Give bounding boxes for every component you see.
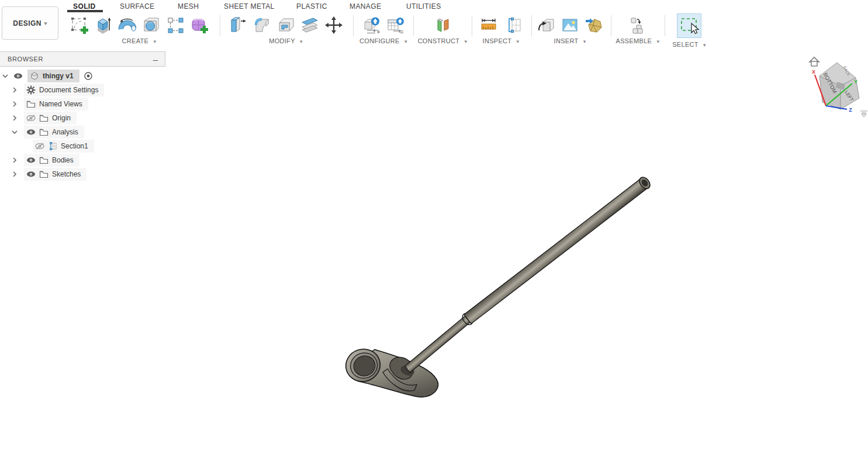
chevron-right-icon[interactable] [11, 171, 18, 178]
tab-solid[interactable]: SOLID [73, 2, 96, 11]
move-copy-button[interactable] [324, 15, 344, 35]
configuration-table-icon [386, 16, 405, 34]
chevron-down-icon: ▾ [465, 39, 468, 44]
extrude-button[interactable] [94, 15, 113, 35]
chevron-right-icon[interactable] [11, 87, 18, 94]
browser-row-label: Origin [52, 114, 71, 122]
browser-row-section1[interactable]: Section1 [0, 139, 94, 153]
configuration-table-button[interactable] [386, 15, 406, 35]
chevron-right-icon[interactable] [11, 101, 18, 108]
browser-row-origin[interactable]: Origin [0, 111, 77, 125]
browser-title: BROWSER [8, 56, 153, 63]
tab-plastic[interactable]: PLASTIC [296, 2, 327, 11]
rectangular-pattern-icon [166, 16, 185, 34]
group-configure: CONFIGURE ▾ [357, 15, 410, 44]
insert-mesh-button[interactable] [584, 15, 604, 35]
tab-mesh[interactable]: MESH [178, 2, 199, 11]
view-cube-menu[interactable] [860, 111, 867, 117]
pattern-button[interactable] [165, 15, 185, 35]
chevron-down-icon: ▾ [583, 39, 586, 44]
tab-manage[interactable]: MANAGE [350, 2, 381, 11]
insert-canvas-button[interactable] [560, 15, 580, 35]
tab-utilities[interactable]: UTILITIES [406, 2, 441, 11]
press-pull-button[interactable] [228, 15, 248, 35]
split-body-button[interactable] [300, 15, 320, 35]
folder-icon [39, 169, 49, 179]
select-button[interactable] [677, 13, 701, 38]
move-icon [324, 16, 343, 34]
chevron-down-icon: ▾ [404, 39, 407, 44]
browser-row-sketches[interactable]: Sketches [0, 167, 87, 181]
create-sketch-button[interactable] [70, 15, 89, 35]
chevron-down-icon[interactable] [2, 72, 9, 79]
home-icon[interactable] [810, 57, 819, 66]
browser-panel-header: BROWSER – [0, 51, 165, 67]
revolve-button[interactable] [117, 15, 137, 35]
section-analysis-icon [504, 16, 523, 34]
measure-button[interactable] [479, 15, 499, 35]
browser-row-root[interactable]: thingy v1 [0, 69, 93, 83]
view-cube[interactable]: BOTTOM LEFT BACK X Y Z [804, 53, 868, 118]
visibility-eye-icon[interactable] [26, 169, 36, 179]
gear-icon [26, 85, 36, 95]
create-sketch-icon [70, 16, 89, 34]
create-form-button[interactable] [189, 15, 209, 35]
visibility-off-eye-icon[interactable] [26, 113, 36, 123]
group-label-modify[interactable]: MODIFY ▾ [269, 37, 303, 44]
browser-label-box: Origin [24, 112, 77, 124]
configure-button[interactable] [362, 15, 382, 35]
group-label-configure[interactable]: CONFIGURE ▾ [359, 37, 407, 44]
chevron-right-icon[interactable] [11, 157, 18, 164]
image-icon [561, 16, 579, 34]
browser-row-analysis[interactable]: Analysis [0, 125, 84, 139]
visibility-eye-icon[interactable] [26, 127, 36, 137]
browser-row-document-settings[interactable]: Document Settings [0, 83, 104, 97]
view-cube-faces[interactable]: BOTTOM LEFT BACK [819, 63, 859, 109]
group-label-construct[interactable]: CONSTRUCT ▾ [418, 37, 468, 44]
shell-button[interactable] [276, 15, 296, 35]
group-label-inspect[interactable]: INSPECT ▾ [483, 37, 520, 44]
toolbar-divider [531, 15, 532, 36]
group-assemble: ASSEMBLE ▾ [613, 15, 663, 44]
construct-plane-icon [433, 16, 452, 34]
toolbar-divider [220, 15, 220, 36]
group-label-create[interactable]: CREATE ▾ [122, 37, 157, 44]
section-analysis-button[interactable] [503, 15, 523, 35]
browser-row-label: Sketches [52, 170, 81, 178]
hole-button[interactable] [141, 15, 161, 35]
group-label-select[interactable]: SELECT ▾ [672, 41, 706, 48]
group-label-insert[interactable]: INSERT ▾ [554, 37, 586, 44]
insert-derive-button[interactable] [536, 15, 556, 35]
tab-sheet-metal[interactable]: SHEET METAL [224, 2, 275, 11]
activate-radio-icon[interactable] [84, 71, 93, 81]
fillet-button[interactable] [252, 15, 272, 35]
chevron-right-icon[interactable] [11, 115, 18, 122]
group-label-assemble[interactable]: ASSEMBLE ▾ [616, 37, 660, 44]
browser-collapse-button[interactable]: – [153, 54, 158, 64]
browser-row-bodies[interactable]: Bodies [0, 153, 79, 167]
construct-plane-button[interactable] [433, 15, 452, 35]
chevron-down-icon[interactable] [11, 129, 18, 136]
browser-row-named-views[interactable]: Named Views [0, 97, 88, 111]
toolbar-divider [353, 15, 354, 36]
visibility-eye-icon[interactable] [26, 155, 36, 165]
folder-icon [39, 155, 49, 165]
workspace-label: DESIGN [13, 19, 41, 27]
viewport-canvas[interactable] [0, 50, 868, 467]
folder-icon [39, 113, 49, 123]
assemble-icon [628, 16, 647, 34]
browser-label-box: Sketches [24, 168, 87, 181]
visibility-eye-icon[interactable] [13, 71, 23, 81]
browser-label-box: Analysis [24, 126, 84, 139]
workspace-switcher-button[interactable]: DESIGN ▾ [2, 6, 58, 40]
component-icon [30, 71, 39, 81]
main-toolbar: DESIGN ▾ SOLID SURFACE MESH SHEET METAL … [0, 0, 868, 50]
new-component-button[interactable] [628, 15, 648, 35]
visibility-off-eye-icon[interactable] [35, 141, 44, 151]
measure-icon [480, 16, 499, 34]
toolbar-divider [413, 15, 414, 36]
browser-label-box: Section1 [33, 140, 94, 153]
insert-derive-icon [537, 16, 555, 34]
group-inspect: INSPECT ▾ [473, 15, 528, 44]
tab-surface[interactable]: SURFACE [120, 2, 154, 11]
